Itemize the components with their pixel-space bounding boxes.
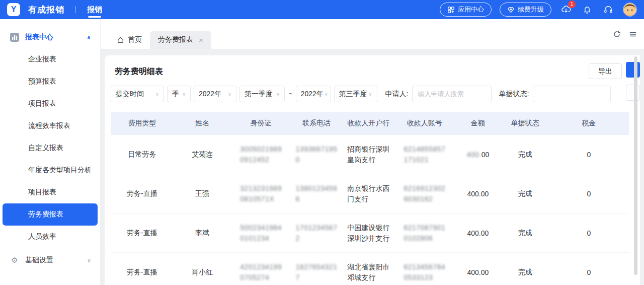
export-button[interactable]: 导出 bbox=[589, 63, 622, 79]
cell-bank: 招商银行深圳皇岗支行 bbox=[342, 144, 395, 165]
cell-name: 艾菊连 bbox=[174, 150, 231, 159]
cell-name: 李斌 bbox=[174, 229, 231, 238]
chevron-down-icon: ∨ bbox=[155, 91, 159, 97]
cell-bank: 湖北省襄阳市邓城支行 bbox=[342, 262, 395, 283]
cell-expense-type: 劳务-直播 bbox=[111, 268, 174, 277]
cell-status: 完成 bbox=[502, 229, 549, 238]
cell-account: 62170879010102806 bbox=[395, 223, 454, 244]
sidebar-item[interactable]: 自定义报表 bbox=[0, 137, 100, 159]
sidebar-item[interactable]: 人员效率 bbox=[0, 226, 100, 248]
sidebar-item[interactable]: 预算报表 bbox=[0, 70, 100, 93]
cell-account: 6214855857171021 bbox=[395, 144, 454, 165]
cell-phone: 13801234566 bbox=[291, 183, 342, 204]
table-body: 日常劳务 艾菊连 30050219890912452 13936671950 招… bbox=[111, 135, 629, 285]
cell-status: 完成 bbox=[502, 150, 549, 159]
cell-account: 62134567840533123 bbox=[395, 262, 454, 283]
chevron-up-icon: ∧ bbox=[87, 34, 91, 41]
secondary-button-clipped[interactable] bbox=[626, 85, 640, 101]
close-icon[interactable]: × bbox=[199, 36, 203, 44]
cell-name: 王强 bbox=[174, 189, 231, 198]
table-column-header: 单据状态 bbox=[502, 119, 549, 128]
avatar[interactable] bbox=[623, 3, 637, 17]
cell-tax: 0 bbox=[549, 229, 629, 237]
sidebar-section-report-center[interactable]: 报表中心 ∧ bbox=[0, 26, 100, 48]
sidebar-item[interactable]: 项目报表 bbox=[0, 181, 100, 203]
chevron-down-icon: ∨ bbox=[368, 91, 372, 97]
page-title: 劳务费明细表 bbox=[115, 66, 163, 77]
chevron-down-icon: ∨ bbox=[228, 91, 231, 97]
table-column-header: 身份证 bbox=[231, 119, 291, 128]
sidebar-item[interactable]: 年度各类型项目分析 bbox=[0, 159, 100, 181]
nav-item-baoxiao[interactable]: 报销 bbox=[87, 0, 102, 19]
cell-account: 62169123026030162 bbox=[395, 183, 454, 204]
cell-bank: 南京银行水西门支行 bbox=[342, 183, 395, 204]
applicant-label: 申请人: bbox=[385, 90, 409, 99]
table-row[interactable]: 劳务-直播 肖小红 42012341990705274 18276543217 … bbox=[111, 253, 629, 285]
table-column-header: 收款人账号 bbox=[395, 119, 454, 128]
cell-phone: 17012345672 bbox=[291, 223, 342, 244]
filter-quarter-from-select[interactable]: 第一季度 ∨ bbox=[239, 86, 285, 102]
gear-icon: ⚙ bbox=[10, 256, 19, 265]
cloud-download-icon[interactable]: 1 bbox=[559, 3, 573, 16]
tab-labor-fee-report[interactable]: 劳务费报表 × bbox=[150, 31, 211, 49]
cell-id-number: 32132319890810571X bbox=[231, 183, 291, 204]
tab-bar: 首页 劳务费报表 × bbox=[101, 19, 644, 49]
notification-badge: 1 bbox=[568, 1, 576, 8]
cell-phone: 18276543217 bbox=[291, 262, 342, 283]
cell-status: 完成 bbox=[502, 189, 549, 198]
tab-home[interactable]: 首页 bbox=[109, 31, 150, 49]
sidebar-item[interactable]: 企业报表 bbox=[0, 48, 100, 70]
primary-button-clipped[interactable] bbox=[626, 62, 640, 78]
renew-upgrade-button[interactable]: 续费升级 bbox=[500, 3, 551, 17]
labor-fee-table: 费用类型 姓名 身份证 联系电话 收款人开户行 收款人账号 金额 单据状态 税金… bbox=[111, 112, 629, 285]
bar-chart-icon bbox=[10, 33, 19, 42]
headset-icon[interactable] bbox=[602, 3, 615, 16]
topbar-divider bbox=[75, 6, 76, 13]
table-column-header: 联系电话 bbox=[291, 119, 342, 128]
table-column-header: 姓名 bbox=[174, 119, 231, 128]
cell-expense-type: 劳务-直播 bbox=[111, 229, 174, 238]
filter-year-from-select[interactable]: 2022年 ∨ bbox=[194, 86, 236, 102]
table-row[interactable]: 日常劳务 艾菊连 30050219890912452 13936671950 招… bbox=[111, 135, 629, 174]
filter-bar: 提交时间 ∨ 季 ∨ 2022年 ∨ 第一季度 ∨ ~ 2022年 bbox=[111, 86, 611, 102]
cell-status: 完成 bbox=[502, 268, 549, 277]
app-logo: Y bbox=[7, 3, 20, 16]
table-row[interactable]: 劳务-直播 李斌 50023419840101234 17012345672 中… bbox=[111, 213, 629, 253]
chevron-down-icon: ∨ bbox=[325, 91, 328, 97]
vertical-scrollbar[interactable] bbox=[634, 56, 637, 275]
refresh-icon[interactable] bbox=[613, 30, 621, 38]
app-grid-icon bbox=[447, 6, 455, 14]
bell-icon[interactable] bbox=[581, 3, 594, 16]
filter-quarter-to-select[interactable]: 第三季度 ∨ bbox=[334, 86, 377, 102]
cell-name: 肖小红 bbox=[174, 268, 231, 277]
sidebar-item[interactable]: 劳务费报表 bbox=[3, 203, 98, 226]
sidebar-item[interactable]: 项目报表 bbox=[0, 93, 100, 115]
cell-bank: 中国建设银行深圳沙井支行 bbox=[342, 223, 395, 244]
sidebar: 报表中心 ∧ 企业报表 预算报表 项目报表 流程效率报表 自定义报表 年度各类型… bbox=[0, 19, 101, 285]
filter-year-to-select[interactable]: 2022年 ∨ bbox=[296, 86, 331, 102]
sidebar-section-settings[interactable]: ⚙ 基础设置 ∨ bbox=[0, 249, 100, 271]
cell-tax: 0 bbox=[549, 151, 629, 159]
range-separator: ~ bbox=[289, 90, 293, 98]
cell-amount: 400.00 bbox=[454, 229, 502, 237]
table-column-header: 税金 bbox=[549, 119, 629, 128]
cell-tax: 0 bbox=[549, 190, 629, 198]
table-header-row: 费用类型 姓名 身份证 联系电话 收款人开户行 收款人账号 金额 单据状态 税金 bbox=[111, 112, 629, 135]
filter-granularity-select[interactable]: 季 ∨ bbox=[167, 86, 191, 102]
nav-active-underline bbox=[88, 16, 101, 18]
app-logo-letter: Y bbox=[11, 5, 17, 14]
menu-icon[interactable] bbox=[629, 30, 637, 38]
app-center-button[interactable]: 应用中心 bbox=[440, 3, 492, 17]
report-panel: 劳务费明细表 导出 提交时间 ∨ 季 ∨ 2022年 ∨ 第一季度 bbox=[105, 55, 640, 285]
doc-status-label: 单据状态: bbox=[499, 90, 529, 99]
filter-time-field-select[interactable]: 提交时间 ∨ bbox=[111, 86, 164, 102]
doc-status-input[interactable] bbox=[533, 86, 611, 102]
cell-tax: 0 bbox=[549, 268, 629, 276]
cell-id-number: 42012341990705274 bbox=[231, 262, 291, 283]
cell-id-number: 30050219890912452 bbox=[231, 144, 291, 165]
gem-icon bbox=[507, 6, 515, 14]
applicant-search-input[interactable] bbox=[412, 86, 492, 102]
sidebar-item[interactable]: 流程效率报表 bbox=[0, 115, 100, 137]
table-row[interactable]: 劳务-直播 王强 32132319890810571X 13801234566 … bbox=[111, 174, 629, 213]
table-column-header: 费用类型 bbox=[111, 119, 174, 128]
